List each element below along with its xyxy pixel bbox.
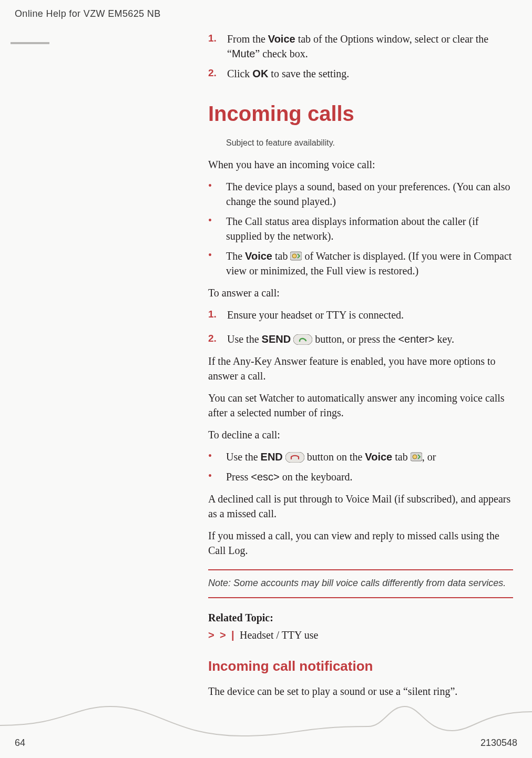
incoming-bullets: • The device plays a sound, based on you… xyxy=(208,179,513,278)
decline-bullet-2-text: Press <esc> on the keyboard. xyxy=(226,469,513,484)
answer-step-1-number: 1. xyxy=(208,308,227,322)
db1-bold2: Voice xyxy=(365,451,392,463)
incoming-bullet-3: • The Voice tab of Watcher is displayed.… xyxy=(208,249,513,278)
db2-post: on the keyboard. xyxy=(280,471,353,483)
content-column: 1. From the Voice tab of the Options win… xyxy=(208,32,513,706)
step-1-post: ” check box. xyxy=(255,48,308,59)
bullet-dot: • xyxy=(208,179,226,209)
db1-mid3: tab xyxy=(392,451,410,463)
step-2-number: 2. xyxy=(208,66,227,81)
footer-page-number: 64 xyxy=(15,737,25,749)
related-topic-heading: Related Topic: xyxy=(208,612,513,624)
svg-point-5 xyxy=(413,455,417,459)
step-1-pre: From the xyxy=(227,33,268,45)
note-label: Note: xyxy=(208,578,233,588)
voice-tab-icon xyxy=(290,251,302,261)
h1-incoming-calls: Incoming calls xyxy=(208,102,513,126)
autoanswer-paragraph: You can set Watcher to automatically ans… xyxy=(208,391,513,420)
answer-step-2-text: Use the SEND button, or press the <enter… xyxy=(227,332,513,346)
anykey-paragraph: If the Any-Key Answer feature is enabled… xyxy=(208,354,513,383)
b3-pre: The xyxy=(226,250,245,262)
side-rule xyxy=(11,42,49,44)
voice-tab-icon xyxy=(411,452,422,462)
a2-mono: <enter> xyxy=(398,333,434,345)
answer-step-1-text: Ensure your headset or TTY is connected. xyxy=(227,308,513,322)
answer-step-1: 1. Ensure your headset or TTY is connect… xyxy=(208,308,513,322)
answer-step-2: 2. Use the SEND button, or press the <en… xyxy=(208,332,513,346)
db1-post: , or xyxy=(422,451,436,463)
a2-pre: Use the xyxy=(227,333,262,345)
step-1-mono: Mute xyxy=(232,48,255,59)
running-header: Online Help for VZW EM5625 NB xyxy=(15,8,161,19)
bullet-dot: • xyxy=(208,449,226,464)
bullet-dot: • xyxy=(208,469,226,484)
decline-bullet-1: • Use the END button on the Voice tab xyxy=(208,449,513,464)
incoming-bullet-2: • The Call status area displays informat… xyxy=(208,214,513,243)
page: Online Help for VZW EM5625 NB 1. From th… xyxy=(0,0,532,758)
answer-step-2-number: 2. xyxy=(208,332,227,346)
end-icon xyxy=(285,452,304,463)
note-text: Some accounts may bill voice calls diffe… xyxy=(233,578,506,588)
step-2-post: to save the setting. xyxy=(268,68,349,79)
send-icon xyxy=(293,334,312,345)
incoming-bullet-1: • The device plays a sound, based on you… xyxy=(208,179,513,209)
db1-bold1: END xyxy=(261,451,283,463)
h2-incoming-call-notification: Incoming call notification xyxy=(208,658,513,674)
notification-body: The device can be set to play a sound or… xyxy=(208,684,513,699)
footer-doc-number: 2130548 xyxy=(480,737,517,749)
incoming-intro: When you have an incoming voice call: xyxy=(208,157,513,172)
answer-intro: To answer a call: xyxy=(208,285,513,300)
incoming-bullet-1-text: The device plays a sound, based on your … xyxy=(226,179,513,209)
step-2-text: Click OK to save the setting. xyxy=(227,66,513,81)
a2-after-icon: button, or press the xyxy=(312,333,398,345)
bullet-dot: • xyxy=(208,249,226,278)
decline-bullet-1-text: Use the END button on the Voice tab , or xyxy=(226,449,513,464)
step-2: 2. Click OK to save the setting. xyxy=(208,66,513,81)
related-topic-row: > > | Headset / TTY use xyxy=(208,629,513,641)
decline-result: A declined call is put through to Voice … xyxy=(208,491,513,521)
step-1-text: From the Voice tab of the Options window… xyxy=(227,32,513,61)
decline-intro: To decline a call: xyxy=(208,427,513,442)
incoming-bullet-2-text: The Call status area displays informatio… xyxy=(226,214,513,243)
svg-point-1 xyxy=(292,254,296,258)
step-2-pre: Click xyxy=(227,68,252,79)
step-1-number: 1. xyxy=(208,32,227,61)
related-topic-link[interactable]: Headset / TTY use xyxy=(240,629,318,641)
decline-bullet-2: • Press <esc> on the keyboard. xyxy=(208,469,513,484)
db2-mono: <esc> xyxy=(251,471,279,483)
missed-paragraph: If you missed a call, you can view and r… xyxy=(208,528,513,558)
bullet-dot: • xyxy=(208,214,226,243)
db1-mid2: button on the xyxy=(304,451,365,463)
db2-pre: Press xyxy=(226,471,251,483)
subject-to-feature-note: Subject to feature availability. xyxy=(226,138,513,148)
db1-pre: Use the xyxy=(226,451,261,463)
a2-bold: SEND xyxy=(262,333,291,345)
decline-bullets: • Use the END button on the Voice tab xyxy=(208,449,513,484)
svg-rect-3 xyxy=(285,452,304,463)
a2-post: key. xyxy=(434,333,454,345)
related-chevron-icon: > > | xyxy=(208,629,240,641)
svg-rect-2 xyxy=(293,334,312,345)
step-2-bold: OK xyxy=(252,68,268,79)
note-block: Note: Some accounts may bill voice calls… xyxy=(208,569,513,598)
incoming-bullet-3-text: The Voice tab of Watcher is displayed. (… xyxy=(226,249,513,278)
b3-mid: tab xyxy=(272,250,290,262)
step-1: 1. From the Voice tab of the Options win… xyxy=(208,32,513,61)
step-1-bold: Voice xyxy=(268,33,295,45)
b3-bold: Voice xyxy=(245,250,272,262)
